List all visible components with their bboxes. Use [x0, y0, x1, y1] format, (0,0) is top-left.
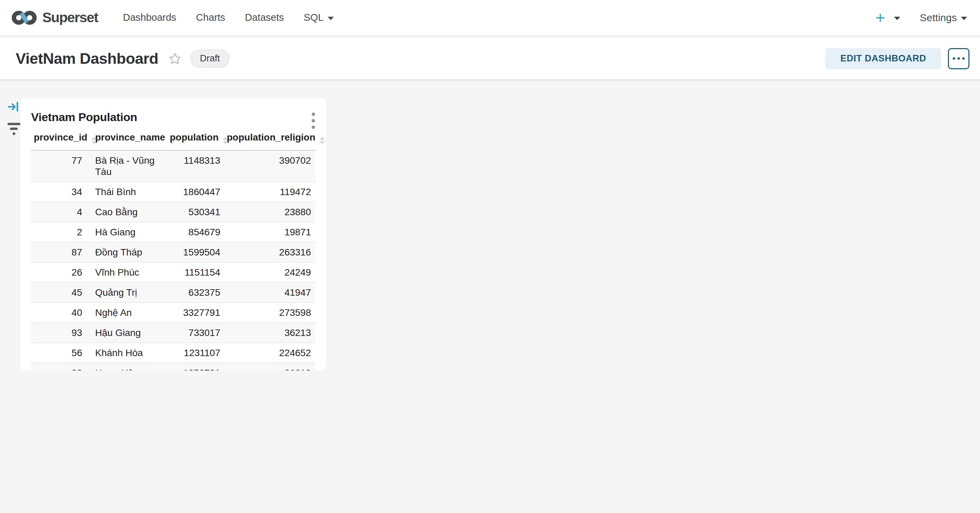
table-cell: 4	[31, 202, 85, 222]
nav-menu: Dashboards Charts Datasets SQL	[113, 0, 344, 35]
nav-item-sql[interactable]: SQL	[294, 0, 344, 35]
table-cell: 1231107	[161, 343, 222, 363]
sort-icon	[320, 137, 325, 144]
table-cell: 56	[31, 343, 85, 363]
table-cell: 77	[31, 150, 85, 182]
brand-name: Superset	[42, 10, 98, 25]
chart-card-vietnam-population: Vietnam Population province_id province_…	[21, 98, 326, 370]
table-row: 40Nghệ An3327791273598	[31, 303, 315, 323]
table-cell: Quảng Trị	[85, 282, 161, 303]
table-cell: Bà Rịa - Vũng Tàu	[85, 150, 161, 182]
table-cell: 273598	[222, 303, 315, 323]
table-header-row: province_id province_name population pop…	[31, 132, 315, 150]
table-cell: 1860447	[161, 182, 222, 202]
table-cell: 1252731	[161, 363, 222, 370]
dashboard-content: Vietnam Population province_id province_…	[0, 81, 980, 510]
nav-item-charts[interactable]: Charts	[186, 0, 235, 35]
more-options-button[interactable]	[948, 48, 969, 69]
table-cell: 263316	[222, 242, 315, 262]
favorite-star-icon[interactable]	[168, 51, 182, 67]
chevron-down-icon	[961, 17, 967, 20]
chevron-down-icon	[328, 17, 334, 20]
nav-right: + Settings	[876, 11, 969, 25]
table-row: 77Bà Rịa - Vũng Tàu1148313390702	[31, 150, 315, 182]
table-cell: 23880	[222, 202, 315, 222]
table-cell: Cao Bằng	[85, 202, 161, 222]
nav-item-datasets[interactable]: Datasets	[235, 0, 294, 35]
table-cell: 93	[31, 323, 85, 343]
top-navbar: Superset Dashboards Charts Datasets SQL …	[0, 0, 980, 38]
table-row: 56Khánh Hòa1231107224652	[31, 343, 315, 363]
expand-filter-bar-icon[interactable]	[7, 100, 22, 115]
table-cell: 26619	[222, 363, 315, 370]
table-row: 34Thái Bình1860447119472	[31, 182, 315, 202]
table-row: 93Hậu Giang73301736213	[31, 323, 315, 343]
table-cell: 632375	[161, 282, 222, 303]
table-cell: Đồng Tháp	[85, 242, 161, 262]
table-cell: 390702	[222, 150, 315, 182]
table-row: 87Đồng Tháp1599504263316	[31, 242, 315, 262]
table-row: 26Vĩnh Phúc115115424249	[31, 262, 315, 282]
table-cell: 1599504	[161, 242, 222, 262]
table-row: 2Hà Giang85467919871	[31, 222, 315, 242]
table-body: 77Bà Rịa - Vũng Tàu114831339070234Thái B…	[31, 150, 315, 371]
superset-logo[interactable]: Superset	[11, 9, 98, 26]
table-cell: 24249	[222, 262, 315, 282]
table-cell: 1148313	[161, 150, 222, 182]
edit-dashboard-button[interactable]: EDIT DASHBOARD	[825, 48, 941, 69]
table-cell: 1151154	[161, 262, 222, 282]
dashboard-header: VietNam Dashboard Draft EDIT DASHBOARD	[0, 38, 980, 81]
table-cell: Hà Giang	[85, 222, 161, 242]
plus-icon: +	[876, 11, 885, 25]
ellipsis-icon	[953, 57, 955, 60]
table-cell: 41947	[222, 282, 315, 303]
table-cell: 3327791	[161, 303, 222, 323]
table-cell: Vĩnh Phúc	[85, 262, 161, 282]
table-cell: 45	[31, 282, 85, 303]
table-cell: 33	[31, 363, 85, 370]
population-table: province_id province_name population pop…	[31, 132, 315, 370]
table-cell: 87	[31, 242, 85, 262]
nav-item-dashboards[interactable]: Dashboards	[113, 0, 186, 35]
column-header-population[interactable]: population	[161, 132, 222, 150]
table-cell: 36213	[222, 323, 315, 343]
table-cell: 224652	[222, 343, 315, 363]
table-cell: Nghệ An	[85, 303, 161, 323]
table-cell: Hưng Yên	[85, 363, 161, 370]
column-header-province-id[interactable]: province_id	[31, 132, 85, 150]
table-cell: 19871	[222, 222, 315, 242]
table-cell: Hậu Giang	[85, 323, 161, 343]
table-cell: 733017	[161, 323, 222, 343]
table-cell: 530341	[161, 202, 222, 222]
table-cell: Thái Bình	[85, 182, 161, 202]
table-cell: 26	[31, 262, 85, 282]
superset-infinity-icon	[11, 9, 37, 26]
table-cell: 2	[31, 222, 85, 242]
table-row: 33Hưng Yên125273126619	[31, 363, 315, 370]
table-cell: 119472	[222, 182, 315, 202]
table-cell: Khánh Hòa	[85, 343, 161, 363]
chart-title: Vietnam Population	[31, 110, 315, 124]
filter-bar-controls	[7, 100, 22, 135]
table-cell: 854679	[161, 222, 222, 242]
column-header-province-name[interactable]: province_name	[85, 132, 161, 150]
new-item-button[interactable]: +	[876, 11, 900, 25]
table-cell: 40	[31, 303, 85, 323]
table-row: 45Quảng Trị63237541947	[31, 282, 315, 303]
status-badge: Draft	[190, 49, 229, 67]
column-header-population-religion[interactable]: population_religion	[222, 132, 315, 150]
dashboard-title: VietNam Dashboard	[16, 50, 158, 67]
filter-icon[interactable]	[7, 123, 22, 135]
chart-kebab-menu-icon[interactable]	[310, 110, 317, 131]
chevron-down-icon	[894, 17, 900, 20]
table-row: 4Cao Bằng53034123880	[31, 202, 315, 222]
table-cell: 34	[31, 182, 85, 202]
settings-menu[interactable]: Settings	[920, 12, 967, 24]
